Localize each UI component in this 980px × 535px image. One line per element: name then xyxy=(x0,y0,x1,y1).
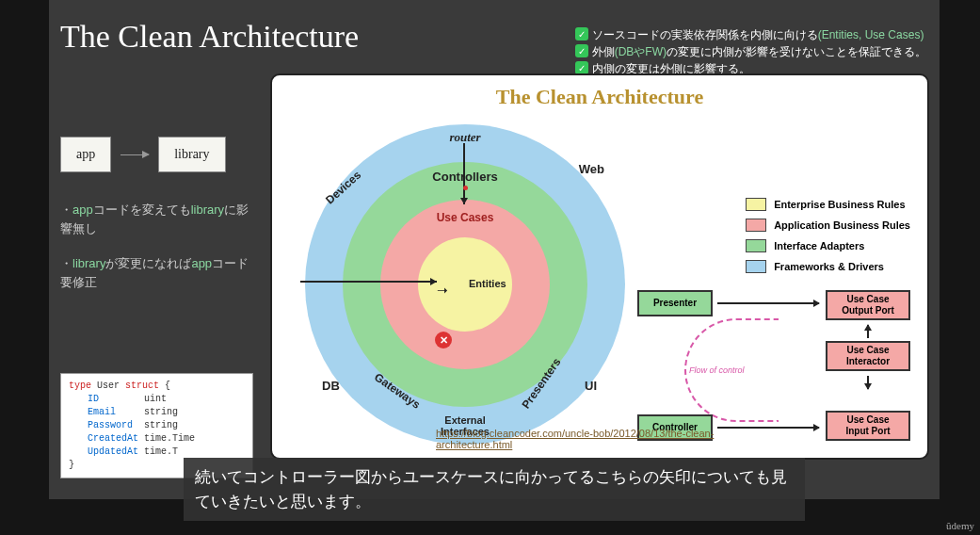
swatch-icon xyxy=(746,239,766,252)
flow-diagram: Presenter Controller Use CaseOutput Port… xyxy=(637,290,910,441)
x-icon: ✕ xyxy=(435,332,452,349)
presenter-box: Presenter xyxy=(637,290,713,316)
check-item: ✓ ソースコードの実装依存関係を内側に向ける(Entities, Use Cas… xyxy=(575,26,926,43)
arrow-icon: ➝ xyxy=(437,283,448,298)
label-db: DB xyxy=(322,379,340,393)
swatch-icon xyxy=(746,198,766,211)
inward-arrow-icon xyxy=(300,281,437,283)
label-controllers: Controllers xyxy=(432,170,497,184)
legend-item: Enterprise Business Rules xyxy=(746,198,910,211)
checklist: ✓ ソースコードの実装依存関係を内側に向ける(Entities, Use Cas… xyxy=(575,26,926,77)
check-icon: ✓ xyxy=(575,61,588,74)
arrow-icon xyxy=(867,376,869,389)
diagram-title: The Clean Architecture xyxy=(272,85,927,109)
label-router: router xyxy=(449,130,480,145)
check-icon: ✓ xyxy=(575,44,588,57)
concentric-rings: ➝ router Controllers Use Cases Entities … xyxy=(305,124,625,445)
bullet-text: ・appコードを変えてもlibraryに影響無し xyxy=(60,201,253,237)
architecture-diagram: The Clean Architecture ➝ router Controll… xyxy=(270,73,929,460)
legend-item: Frameworks & Drivers xyxy=(746,260,910,273)
label-web: Web xyxy=(579,162,604,176)
app-box: app xyxy=(60,137,111,172)
dot-icon xyxy=(463,186,468,190)
legend-item: Interface Adapters xyxy=(746,239,910,252)
arrow-icon xyxy=(120,154,149,155)
slide: The Clean Architecture ✓ ソースコードの実装依存関係を内… xyxy=(49,0,940,499)
check-item: ✓ 外側(DBやFW)の変更に内側が影響を受けないことを保証できる。 xyxy=(575,43,926,60)
subtitle-caption: 続いてコントローラー図からユースケースに向かってるこちらの矢印についても見ていき… xyxy=(184,458,805,521)
inputport-box: Use CaseInput Port xyxy=(826,411,910,441)
dependency-boxes: app library xyxy=(60,137,253,172)
arrow-icon xyxy=(867,325,869,338)
interactor-box: Use CaseInteractor xyxy=(826,341,910,371)
swatch-icon xyxy=(746,219,766,232)
label-usecases: Use Cases xyxy=(437,211,494,224)
source-url[interactable]: https://blog.cleancoder.com/uncle-bob/20… xyxy=(436,428,763,450)
swatch-icon xyxy=(746,260,766,273)
legend: Enterprise Business Rules Application Bu… xyxy=(746,198,910,281)
brand-logo: ûdemy xyxy=(946,520,974,531)
label-ui: UI xyxy=(585,379,597,393)
library-box: library xyxy=(158,137,225,172)
flow-of-control-label: Flow of control xyxy=(689,365,745,375)
label-entities: Entities xyxy=(469,278,506,289)
arrow-icon xyxy=(717,302,819,304)
bullet-text: ・libraryが変更になればappコード要修正 xyxy=(60,254,253,291)
page-title: The Clean Architecture xyxy=(60,19,359,55)
outputport-box: Use CaseOutput Port xyxy=(826,290,910,320)
check-icon: ✓ xyxy=(575,27,588,41)
legend-item: Application Business Rules xyxy=(746,219,910,232)
left-column: app library ・appコードを変えてもlibraryに影響無し ・li… xyxy=(60,137,253,308)
